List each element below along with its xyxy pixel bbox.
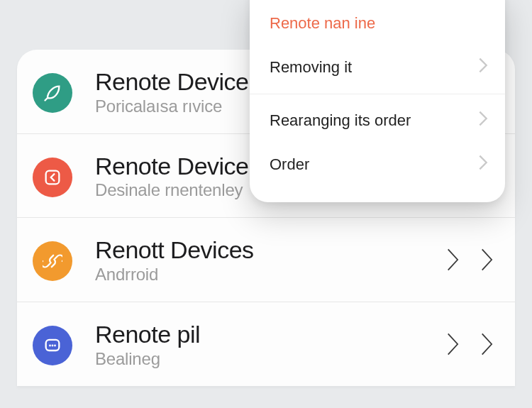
chevron-group [445,248,495,275]
svg-point-4 [54,345,56,347]
chevron-right-icon [478,57,488,78]
chevron-right-icon[interactable] [480,332,495,359]
context-menu-header: Renote nan ine [250,14,505,45]
chevron-right-icon[interactable] [480,248,495,275]
chevron-right-icon[interactable] [445,248,461,275]
svg-point-3 [52,345,54,347]
link-icon [33,241,72,281]
device-title: Renote pil [95,322,445,348]
menu-item-label: Order [270,155,309,174]
device-row[interactable]: Renott Devices Andrroid [17,218,515,302]
context-menu: Renote nan ine Removing it Rearanging it… [250,0,505,202]
menu-item-order[interactable]: Order [250,143,505,187]
chevron-right-icon [478,110,488,131]
svg-rect-0 [46,170,60,184]
chevron-right-icon [478,154,488,175]
device-title: Renott Devices [95,238,445,263]
menu-item-label: Rearanging its order [270,111,411,130]
device-row[interactable]: Renote pil Bealineg [17,302,515,386]
menu-item-rearrange[interactable]: Rearanging its order [250,99,505,143]
chevron-right-icon[interactable] [445,332,461,359]
device-subtitle: Andrroid [95,265,445,285]
device-text: Renote pil Bealineg [95,322,445,369]
chat-square-icon [33,326,72,365]
svg-point-2 [49,345,51,347]
chevron-group [445,332,495,359]
menu-item-remove[interactable]: Removing it [250,45,505,94]
leaf-icon [33,73,72,113]
device-text: Renott Devices Andrroid [95,238,445,285]
device-subtitle: Bealineg [95,349,445,369]
back-square-icon [33,158,72,197]
menu-item-label: Removing it [270,58,352,77]
